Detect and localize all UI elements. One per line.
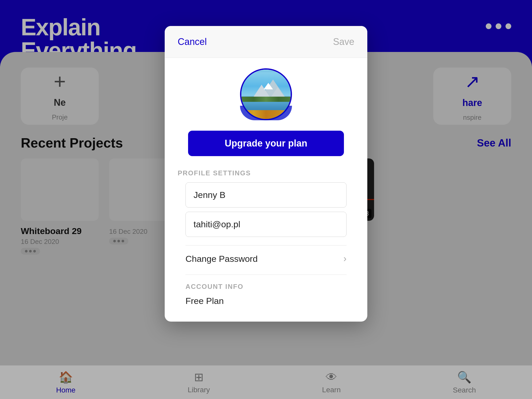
profile-section-label: PROFILE SETTINGS — [178, 169, 251, 177]
modal-body: Edit Upgrade your plan PROFILE SETTINGS … — [165, 58, 367, 322]
account-info-label: ACCOUNT INFO — [185, 283, 347, 291]
plan-label: Free Plan — [185, 296, 347, 306]
avatar-image — [241, 70, 291, 119]
change-password-label: Change Password — [185, 254, 258, 264]
change-password-row[interactable]: Change Password › — [185, 245, 347, 272]
save-button[interactable]: Save — [333, 36, 354, 47]
upgrade-button[interactable]: Upgrade your plan — [188, 131, 344, 156]
avatar-container[interactable]: Edit — [240, 68, 292, 120]
email-input[interactable] — [185, 212, 347, 237]
name-input[interactable] — [185, 182, 347, 208]
cancel-button[interactable]: Cancel — [178, 36, 207, 47]
modal-header: Cancel Save — [165, 26, 367, 58]
profile-modal: Cancel Save — [165, 26, 367, 322]
chevron-right-icon: › — [343, 253, 347, 264]
account-info-section: ACCOUNT INFO Free Plan — [185, 275, 347, 306]
avatar — [240, 68, 292, 120]
